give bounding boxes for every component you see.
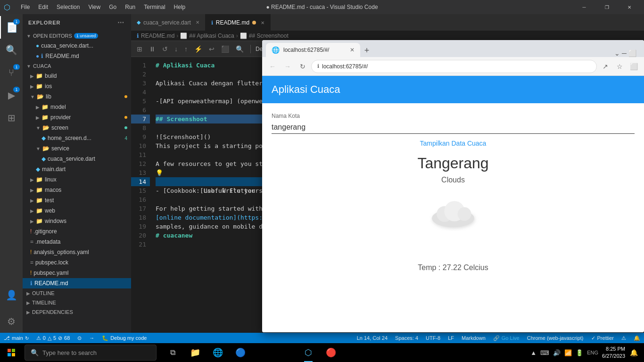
pause-icon[interactable]: ⏸ (147, 44, 157, 54)
open-editor-md[interactable]: ● ℹ README.md (23, 51, 131, 61)
browser-minimize-icon[interactable]: ⌄ (614, 49, 620, 57)
status-encoding[interactable]: UTF-8 (422, 333, 444, 343)
timeline-section[interactable]: ▶ TIMELINE (23, 298, 131, 307)
status-eol[interactable]: LF (444, 333, 458, 343)
restart-icon[interactable]: ↺ (160, 44, 170, 54)
new-file-icon[interactable]: ⋯ (116, 18, 125, 27)
folder-linux[interactable]: ▶ 📁 linux (23, 174, 131, 185)
search-run-icon[interactable]: 🔍 (234, 44, 246, 54)
file-cuaca-service[interactable]: ◆ cuaca_service.dart (23, 154, 131, 164)
status-arrow[interactable]: → (85, 333, 98, 343)
folder-macos[interactable]: ▶ 📁 macos (23, 185, 131, 195)
folder-ios[interactable]: ▶ 📁 ios (23, 81, 131, 91)
systray-up-icon[interactable]: ▲ (530, 349, 537, 356)
folder-service[interactable]: ▼ 📂 service (23, 143, 131, 154)
folder-lib[interactable]: ▼ 📂 lib (23, 91, 131, 102)
taskbar-chrome-store[interactable]: 🔵 (230, 343, 251, 362)
file-home-screen[interactable]: ◆ home_screen.d... 4 (23, 133, 131, 143)
status-golive[interactable]: 🔗 Go Live (489, 333, 523, 343)
split-button[interactable]: ⬜ (627, 60, 640, 73)
browser-tab[interactable]: 🌐 localhost:62785/#/ ✕ (266, 43, 360, 57)
tab-dart[interactable]: ◆ cuaca_service.dart ✕ (131, 14, 206, 31)
status-errors[interactable]: ⚠ 0 △ 5 ⊘ 68 (33, 333, 74, 343)
status-debug[interactable]: 🐛 Debug my code (98, 333, 150, 343)
step-up-icon[interactable]: ↑ (182, 44, 190, 54)
bookmark-button[interactable]: ☆ (613, 60, 626, 73)
folder-provider[interactable]: ▶ 📁 provider (23, 112, 131, 123)
start-button[interactable] (0, 349, 23, 356)
share-button[interactable]: ↗ (599, 60, 612, 73)
outline-section[interactable]: ▶ OUTLINE (23, 288, 131, 298)
close-button[interactable]: ✕ (619, 0, 640, 14)
activity-search[interactable]: 🔍 (0, 39, 23, 61)
menu-view[interactable]: View (84, 3, 104, 11)
activity-source-control[interactable]: ⑂ 1 (0, 61, 23, 84)
status-spaces[interactable]: Spaces: 4 (391, 333, 422, 343)
menu-edit[interactable]: Edit (34, 3, 52, 11)
open-editor-dart[interactable]: ● cuaca_service.dart... (23, 41, 131, 51)
browser-tab-close[interactable]: ✕ (350, 47, 355, 53)
taskbar-edge[interactable]: 🌐 (207, 343, 228, 362)
folder-model[interactable]: ▶ 📁 model (23, 102, 131, 112)
step-over-icon[interactable]: ↓ (173, 44, 180, 54)
status-ln-col[interactable]: Ln 14, Col 24 (353, 333, 391, 343)
file-analysis-options[interactable]: ! analysis_options.yaml (23, 247, 131, 257)
menu-terminal[interactable]: Terminal (140, 3, 169, 11)
breadcrumb-section1[interactable]: ## Aplikasi Cuaca (189, 33, 234, 39)
keyboard-icon[interactable]: ⌨ (540, 349, 549, 356)
status-sync2[interactable]: ⊙ (74, 333, 85, 343)
taskbar-chrome[interactable]: 🔴 (321, 343, 341, 362)
menu-run[interactable]: Run (121, 3, 139, 11)
tab-readme[interactable]: ℹ README.md ✕ (206, 14, 271, 31)
status-language[interactable]: Markdown (458, 333, 489, 343)
breadcrumb-file[interactable]: README.md (141, 33, 174, 39)
new-tab-button[interactable]: + (360, 44, 373, 57)
run-config-icon[interactable]: ⊞ (135, 44, 144, 54)
file-gitignore[interactable]: ! .gitignore (23, 226, 131, 237)
forward-button[interactable]: → (281, 60, 294, 73)
lightning-icon[interactable]: ⚡ (192, 44, 204, 54)
taskbar-file-explorer[interactable]: 📁 (185, 343, 206, 362)
status-branch[interactable]: ⎇ main ↻ (0, 333, 33, 343)
taskbar-search-box[interactable]: 🔍 Type here to search (25, 345, 157, 361)
volume-icon[interactable]: 🔊 (553, 349, 561, 356)
status-prettier[interactable]: ✓ Prettier (587, 333, 618, 343)
file-main-dart[interactable]: ◆ main.dart (23, 164, 131, 174)
menu-help[interactable]: Help (170, 3, 190, 11)
minimize-button[interactable]: ─ (573, 0, 595, 14)
file-pubspec-yaml[interactable]: ! pubspec.yaml (23, 268, 131, 278)
folder-test[interactable]: ▶ 📁 test (23, 195, 131, 206)
tab-readme-close[interactable]: ✕ (261, 20, 264, 25)
hot-reload-icon[interactable]: ↩ (207, 44, 216, 54)
dependencies-section[interactable]: ▶ DEPENDENCIES (23, 307, 131, 317)
activity-extensions[interactable]: ⊞ (0, 107, 23, 129)
menu-file[interactable]: File (17, 3, 33, 11)
menu-go[interactable]: Go (105, 3, 120, 11)
file-readme[interactable]: ℹ README.md (23, 278, 131, 288)
taskbar-file-manager[interactable]: 🗂 (253, 343, 273, 362)
taskbar-clock[interactable]: 8:25 PM 6/27/2023 (602, 346, 625, 360)
show-data-button[interactable]: Tampilkan Data Cuaca (420, 140, 487, 147)
activity-account[interactable]: 👤 (0, 284, 23, 306)
folder-build[interactable]: ▶ 📁 build (23, 71, 131, 81)
folder-web[interactable]: ▶ 📁 web (23, 206, 131, 216)
refresh-button[interactable]: ↻ (296, 60, 309, 73)
breadcrumb-section2[interactable]: ## Screenshoot (249, 33, 289, 39)
activity-explorer[interactable]: 📄 1 (0, 16, 23, 39)
network-icon[interactable]: 📶 (564, 349, 572, 356)
maximize-button[interactable]: ❐ (596, 0, 618, 14)
taskbar-mail[interactable]: ✉ (275, 343, 296, 362)
project-section[interactable]: ▼ CUACA (23, 61, 131, 71)
folder-screen[interactable]: ▼ 📂 screen (23, 123, 131, 133)
open-editors-section[interactable]: ▼ OPEN EDITORS 1 unsaved (23, 31, 131, 41)
taskbar-task-view[interactable]: ⧉ (162, 343, 183, 362)
battery-icon[interactable]: 🔋 (576, 349, 583, 356)
address-bar[interactable]: ℹ localhost:62785/#/ (311, 60, 597, 73)
menu-selection[interactable]: Selection (53, 3, 83, 11)
status-notification[interactable]: 🔔 (630, 333, 644, 343)
browser-fullscreen-icon[interactable]: ⬜ (628, 49, 636, 57)
notification-center-button[interactable]: 🔔 (627, 343, 640, 362)
tab-dart-close[interactable]: ✕ (196, 20, 199, 25)
taskbar-vscode[interactable]: ⬡ (298, 343, 319, 362)
stop-icon[interactable]: ⬛ (219, 44, 231, 54)
